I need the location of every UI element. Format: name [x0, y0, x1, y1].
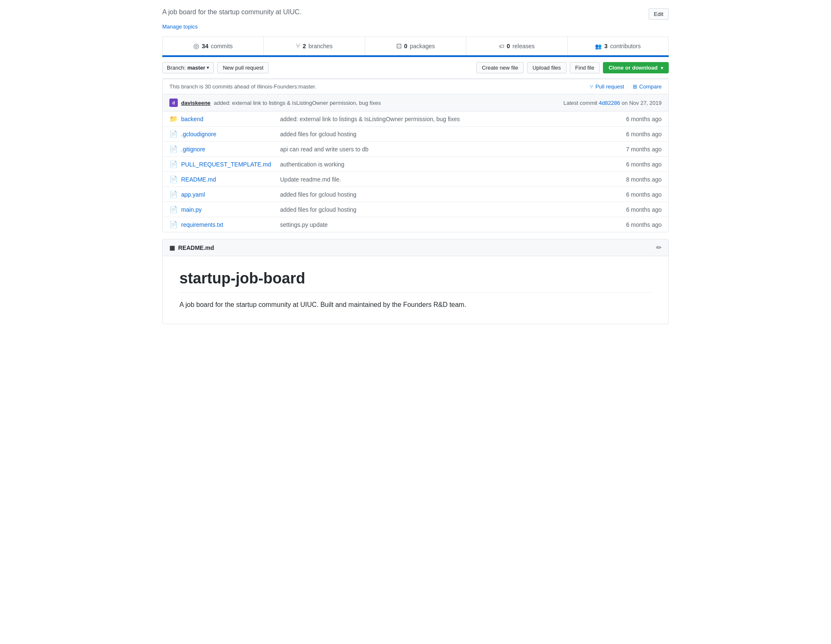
releases-count: 0 — [507, 43, 510, 49]
file-time: 8 months ago — [615, 176, 662, 183]
file-icon: 📄 — [169, 130, 178, 138]
compare-label: Compare — [639, 83, 662, 90]
contributors-label: contributors — [610, 43, 641, 49]
contributors-stat[interactable]: 3 contributors — [568, 37, 668, 55]
file-name-link[interactable]: app.yaml — [181, 191, 273, 198]
file-icon: 📄 — [169, 221, 178, 229]
readme-section: ▦ README.md ✏ startup-job-board A job bo… — [162, 239, 669, 324]
people-icon — [595, 42, 602, 50]
clone-or-download-button[interactable]: Clone or download ▾ — [603, 62, 669, 73]
ahead-bar-text: This branch is 30 commits ahead of Illin… — [169, 83, 316, 90]
new-pull-request-button[interactable]: New pull request — [217, 62, 269, 73]
commits-icon — [193, 42, 199, 50]
readme-title: README.md — [178, 244, 214, 251]
file-icon: 📄 — [169, 145, 178, 153]
file-browser: This branch is 30 commits ahead of Illin… — [162, 79, 669, 232]
avatar: d — [169, 99, 178, 107]
file-commit-message: settings.py update — [273, 221, 615, 228]
table-row: 📄 .gitignore api can read and write user… — [163, 142, 668, 157]
toolbar: Branch: master ▾ New pull request Create… — [162, 57, 669, 79]
latest-commit-date: on Nov 27, 2019 — [622, 100, 662, 106]
package-icon — [396, 42, 402, 50]
file-commit-message: api can read and write users to db — [273, 146, 615, 153]
chevron-down-icon: ▾ — [207, 65, 209, 70]
file-name-link[interactable]: README.md — [181, 176, 273, 183]
ahead-bar-actions: ⑂ Pull request ⊞ Compare — [590, 83, 662, 90]
latest-commit-right: Latest commit 4d82286 on Nov 27, 2019 — [564, 100, 662, 106]
commit-hash-link[interactable]: 4d82286 — [599, 100, 620, 106]
readme-description: A job board for the startup community at… — [179, 299, 652, 310]
commits-count: 34 — [202, 43, 208, 49]
table-row: 📄 README.md Update readme.md file. 8 mon… — [163, 172, 668, 187]
releases-stat[interactable]: 0 releases — [466, 37, 567, 55]
readme-grid-icon: ▦ — [169, 244, 175, 251]
file-name-link[interactable]: requirements.txt — [181, 221, 273, 228]
find-file-button[interactable]: Find file — [570, 62, 600, 73]
commits-stat[interactable]: 34 commits — [163, 37, 264, 55]
branch-selector[interactable]: Branch: master ▾ — [162, 62, 214, 73]
branches-label: branches — [309, 43, 333, 49]
table-row: 📄 app.yaml added files for gcloud hostin… — [163, 187, 668, 202]
file-name-link[interactable]: backend — [181, 116, 273, 122]
file-icon: 📄 — [169, 190, 178, 198]
branches-stat[interactable]: 2 branches — [264, 37, 365, 55]
create-new-file-button[interactable]: Create new file — [476, 62, 524, 73]
pull-request-icon: ⑂ — [590, 83, 593, 90]
toolbar-right: Create new file Upload files Find file C… — [476, 62, 669, 73]
file-icon: 📄 — [169, 205, 178, 213]
branch-icon — [296, 42, 300, 50]
commit-author-link[interactable]: daviskeene — [181, 100, 210, 106]
file-name-link[interactable]: main.py — [181, 206, 273, 213]
clone-chevron-icon: ▾ — [661, 65, 663, 70]
table-row: 📁 backend added: external link to listin… — [163, 112, 668, 127]
branch-selector-prefix: Branch: — [167, 65, 186, 71]
clone-or-download-label: Clone or download — [608, 65, 657, 71]
pull-request-label: Pull request — [595, 83, 624, 90]
file-commit-message: added files for gcloud hosting — [273, 206, 615, 213]
branches-count: 2 — [303, 43, 306, 49]
latest-commit-message: added: external link to listings & IsLis… — [214, 100, 381, 106]
edit-readme-icon[interactable]: ✏ — [656, 244, 662, 252]
file-time: 6 months ago — [615, 116, 662, 122]
packages-label: packages — [410, 43, 435, 49]
file-time: 6 months ago — [615, 191, 662, 198]
latest-commit-prefix: Latest commit — [564, 100, 597, 106]
latest-commit-left: d daviskeene added: external link to lis… — [169, 99, 381, 107]
ahead-bar: This branch is 30 commits ahead of Illin… — [163, 79, 668, 94]
file-name-link[interactable]: .gcloudignore — [181, 131, 273, 138]
file-name-link[interactable]: PULL_REQUEST_TEMPLATE.md — [181, 161, 273, 168]
compare-link[interactable]: ⊞ Compare — [633, 83, 662, 90]
edit-button[interactable]: Edit — [649, 8, 669, 20]
file-icon: 📄 — [169, 160, 178, 168]
file-time: 6 months ago — [615, 161, 662, 168]
file-commit-message: added files for gcloud hosting — [273, 131, 615, 138]
table-row: 📄 PULL_REQUEST_TEMPLATE.md authenticatio… — [163, 157, 668, 172]
file-commit-message: authentication is working — [273, 161, 615, 168]
pull-request-link[interactable]: ⑂ Pull request — [590, 83, 624, 90]
file-commit-message: Update readme.md file. — [273, 176, 615, 183]
file-time: 6 months ago — [615, 206, 662, 213]
upload-files-button[interactable]: Upload files — [527, 62, 566, 73]
repo-description: A job board for the startup community at… — [162, 8, 301, 16]
branch-selector-name: master — [187, 65, 205, 71]
file-name-link[interactable]: .gitignore — [181, 146, 273, 153]
file-commit-message: added files for gcloud hosting — [273, 191, 615, 198]
packages-stat[interactable]: 0 packages — [365, 37, 466, 55]
contributors-count: 3 — [604, 43, 608, 49]
readme-h1: startup-job-board — [179, 270, 652, 293]
readme-header: ▦ README.md ✏ — [163, 239, 668, 256]
manage-topics-link[interactable]: Manage topics — [162, 23, 198, 30]
releases-label: releases — [512, 43, 535, 49]
file-icon: 📄 — [169, 175, 178, 183]
table-row: 📄 requirements.txt settings.py update 6 … — [163, 217, 668, 232]
folder-icon: 📁 — [169, 115, 178, 123]
file-time: 7 months ago — [615, 146, 662, 153]
toolbar-left: Branch: master ▾ New pull request — [162, 62, 269, 73]
latest-commit-row: d daviskeene added: external link to lis… — [163, 94, 668, 112]
table-row: 📄 main.py added files for gcloud hosting… — [163, 202, 668, 217]
file-time: 6 months ago — [615, 131, 662, 138]
commits-label: commits — [211, 43, 233, 49]
file-commit-message: added: external link to listings & IsLis… — [273, 116, 615, 122]
readme-header-left: ▦ README.md — [169, 244, 214, 251]
file-rows-container: 📁 backend added: external link to listin… — [163, 112, 668, 232]
